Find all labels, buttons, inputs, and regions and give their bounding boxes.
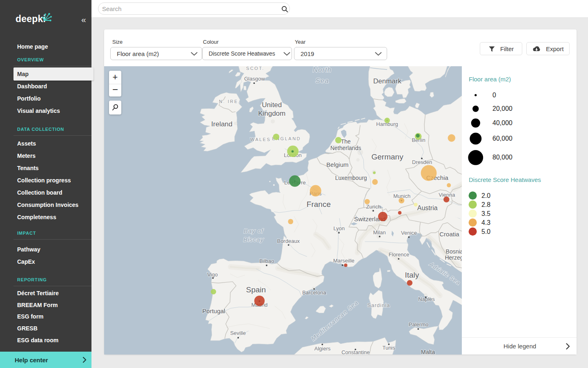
- svg-text:Bordeaux: Bordeaux: [277, 238, 300, 244]
- svg-text:N. IRE.: N. IRE.: [219, 99, 241, 104]
- svg-text:Portugal: Portugal: [203, 307, 225, 314]
- svg-text:Belgium: Belgium: [326, 161, 348, 168]
- svg-text:Palermo: Palermo: [409, 321, 428, 328]
- svg-text:Bay of: Bay of: [244, 227, 264, 234]
- svg-text:Glasgow: Glasgow: [244, 76, 265, 82]
- svg-text:United: United: [262, 101, 282, 109]
- svg-text:Tunis: Tunis: [382, 345, 395, 351]
- svg-text:Spain: Spain: [246, 285, 266, 294]
- svg-text:Italy: Italy: [405, 271, 419, 279]
- svg-text:Sardinia: Sardinia: [368, 302, 390, 308]
- svg-text:SCOT.: SCOT.: [246, 66, 265, 71]
- svg-text:Kingdom: Kingdom: [258, 110, 285, 117]
- svg-text:Seville: Seville: [230, 330, 246, 336]
- svg-text:Vigo: Vigo: [207, 272, 218, 278]
- svg-text:Venice: Venice: [401, 230, 417, 236]
- svg-text:Bosnia: Bosnia: [446, 248, 462, 255]
- svg-text:Zurich: Zurich: [366, 204, 381, 210]
- svg-text:The: The: [341, 138, 351, 145]
- svg-text:Milan: Milan: [373, 229, 386, 236]
- svg-text:Marseille: Marseille: [333, 258, 354, 264]
- svg-text:Malta: Malta: [421, 349, 435, 355]
- svg-text:Dresden: Dresden: [412, 159, 432, 165]
- svg-text:Biscay: Biscay: [243, 236, 264, 243]
- svg-text:Luxembourg: Luxembourg: [335, 175, 367, 181]
- svg-text:Herzeg: Herzeg: [445, 254, 462, 261]
- svg-text:Florence: Florence: [389, 251, 410, 258]
- svg-text:Algiers: Algiers: [314, 346, 331, 352]
- svg-text:France: France: [307, 200, 331, 209]
- svg-text:Denmark: Denmark: [373, 77, 401, 85]
- svg-text:WALES: WALES: [250, 137, 271, 142]
- svg-text:Netherlands: Netherlands: [330, 145, 361, 151]
- svg-text:Lyon: Lyon: [333, 225, 345, 231]
- svg-text:Germany: Germany: [372, 153, 404, 161]
- svg-text:Croatia: Croatia: [439, 231, 459, 238]
- svg-text:Bilbao: Bilbao: [259, 258, 274, 264]
- svg-text:Barcelona: Barcelona: [302, 289, 326, 296]
- svg-text:Sea: Sea: [315, 77, 329, 85]
- svg-text:North: North: [313, 66, 332, 74]
- svg-text:Naples: Naples: [418, 296, 435, 302]
- svg-text:Austria: Austria: [417, 204, 438, 211]
- svg-text:Ireland: Ireland: [211, 120, 232, 128]
